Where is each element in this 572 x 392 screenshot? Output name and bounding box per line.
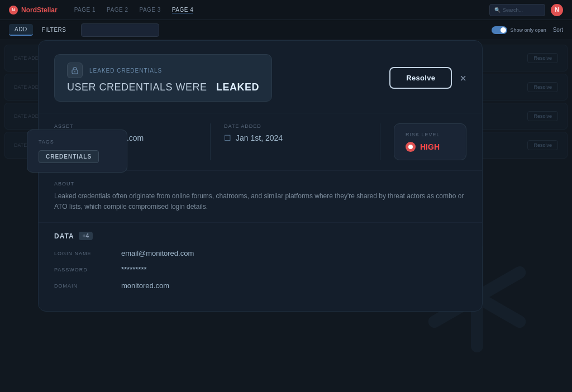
about-label: ABOUT (54, 181, 466, 187)
tags-card: TAGS CREDENTIALS (27, 130, 127, 173)
toolbar-right: Show only open Sort (492, 26, 563, 34)
modal-title-text: USER CREDENTIALS WERE (67, 82, 207, 93)
data-section: DATA +4 LOGIN NAME email@monitored.com P… (39, 223, 482, 311)
risk-box: RISK LEVEL HIGH (394, 123, 466, 160)
risk-block: RISK LEVEL HIGH (380, 123, 466, 160)
svg-point-4 (74, 71, 75, 73)
nav-link-4[interactable]: PAGE 4 (172, 7, 193, 13)
about-text: Leaked credentials often originate from … (54, 191, 466, 212)
data-title: DATA (54, 232, 74, 240)
close-button[interactable]: × (460, 73, 466, 84)
date-value: ☐ Jan 1st, 2024 (224, 133, 366, 142)
risk-label: RISK LEVEL (406, 132, 455, 137)
toolbar-add[interactable]: ADD (9, 24, 33, 36)
sort-button[interactable]: Sort (553, 27, 563, 33)
show-only-open-toggle: Show only open (492, 26, 546, 34)
modal-title-bold: LEAKED (216, 82, 259, 93)
nav-link-2[interactable]: PAGE 2 (107, 7, 128, 13)
nav-links: PAGE 1 PAGE 2 PAGE 3 PAGE 4 (74, 7, 194, 13)
domain-value: monitored.com (121, 281, 169, 290)
domain-key: DOMAIN (54, 283, 121, 289)
nav-search[interactable]: 🔍 Search... (489, 4, 545, 16)
nav-bar: N NordStellar PAGE 1 PAGE 2 PAGE 3 PAGE … (0, 0, 572, 20)
avatar: N (551, 4, 563, 16)
modal-subtitle-text: LEAKED CREDENTIALS (89, 68, 162, 74)
password-key: PASSWORD (54, 267, 121, 273)
credential-icon (67, 63, 83, 78)
modal-subtitle: LEAKED CREDENTIALS (67, 63, 259, 78)
risk-value: HIGH (406, 142, 455, 152)
toggle-label: Show only open (511, 27, 546, 33)
resolve-btn-1[interactable]: Resolve (527, 53, 558, 63)
resolve-button[interactable]: Resolve (389, 67, 452, 89)
risk-dot-inner (408, 145, 413, 149)
toolbar: ADD FILTERS Show only open Sort (0, 20, 572, 40)
modal-header: LEAKED CREDENTIALS USER CREDENTIALS WERE… (39, 41, 482, 113)
modal-card: LEAKED CREDENTIALS USER CREDENTIALS WERE… (38, 40, 483, 312)
asset-label: ASSET (54, 123, 197, 129)
app-logo: N NordStellar (9, 6, 58, 15)
password-value: ********* (121, 265, 147, 274)
date-text: Jan 1st, 2024 (236, 133, 283, 142)
nav-link-1[interactable]: PAGE 1 (74, 7, 96, 13)
login-name-value: email@monitored.com (121, 249, 194, 257)
resolve-btn-4[interactable]: Resolve (527, 140, 558, 150)
resolve-btn-3[interactable]: Resolve (527, 111, 558, 121)
data-header: DATA +4 (54, 232, 466, 240)
tags-label: TAGS (39, 139, 116, 145)
nav-right: 🔍 Search... N (489, 4, 563, 16)
calendar-icon: ☐ (224, 133, 231, 142)
data-badge: +4 (79, 232, 93, 240)
toggle-switch[interactable] (492, 26, 507, 34)
nav-link-3[interactable]: PAGE 3 (139, 7, 160, 13)
app-name: NordStellar (21, 6, 58, 14)
data-row-password: PASSWORD ********* (54, 265, 466, 274)
logo-icon: N (9, 6, 18, 15)
search-placeholder: Search... (503, 7, 523, 13)
modal-title-row: USER CREDENTIALS WERE LEAKED (67, 82, 259, 93)
data-row-domain: DOMAIN monitored.com (54, 281, 466, 290)
risk-dot (406, 142, 416, 152)
search-icon: 🔍 (494, 7, 500, 13)
login-name-key: LOGIN NAME (54, 251, 121, 256)
toolbar-search[interactable] (81, 23, 159, 37)
credentials-tag[interactable]: CREDENTIALS (39, 150, 99, 163)
date-label: DATE ADDED (224, 123, 366, 129)
modal-actions: Resolve × (389, 67, 466, 89)
data-row-login: LOGIN NAME email@monitored.com (54, 249, 466, 257)
date-block: DATE ADDED ☐ Jan 1st, 2024 (211, 123, 380, 160)
about-section: ABOUT Leaked credentials often originate… (39, 171, 482, 223)
modal-title-block: LEAKED CREDENTIALS USER CREDENTIALS WERE… (54, 54, 272, 102)
risk-text: HIGH (420, 142, 440, 151)
toolbar-filters[interactable]: FILTERS (42, 27, 66, 33)
resolve-btn-2[interactable]: Resolve (527, 82, 558, 92)
